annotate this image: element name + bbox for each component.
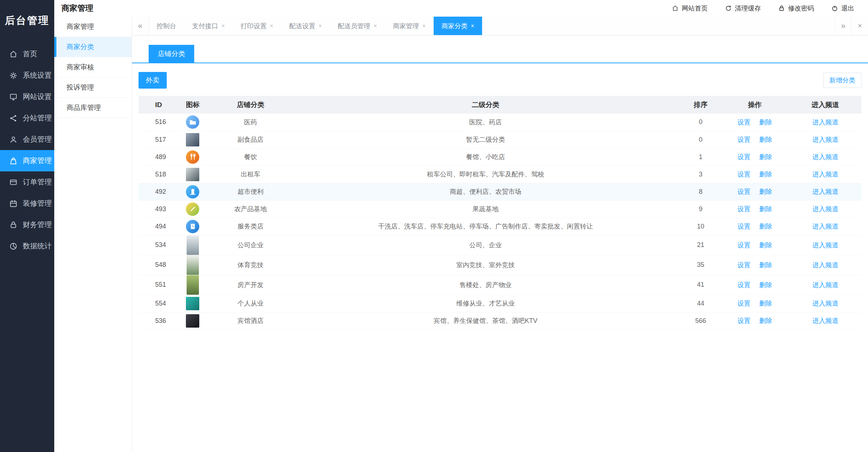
sidebar-item-数据统计[interactable]: 数据统计 xyxy=(0,235,54,257)
settings-link[interactable]: 设置 xyxy=(737,136,750,143)
notebook-icon xyxy=(186,220,199,233)
tabs-close-all-icon[interactable]: × xyxy=(851,17,868,35)
sort-value: 10 xyxy=(681,218,720,235)
enter-channel-link[interactable]: 进入频道 xyxy=(812,136,838,143)
category-photo-icon xyxy=(186,133,199,146)
operations-cell: 设置删除 xyxy=(720,131,789,148)
tab-close-icon[interactable]: × xyxy=(471,23,474,29)
submenu-item-商家分类[interactable]: 商家分类 xyxy=(54,37,132,57)
settings-link[interactable]: 设置 xyxy=(737,171,750,178)
topbar-link-退出[interactable]: 退出 xyxy=(831,4,854,13)
settings-link[interactable]: 设置 xyxy=(737,300,750,307)
tab-商家分类[interactable]: 商家分类× xyxy=(434,17,482,35)
app-logo: 后台管理 xyxy=(0,0,54,43)
settings-link[interactable]: 设置 xyxy=(737,153,750,161)
settings-link[interactable]: 设置 xyxy=(737,223,750,230)
delete-link[interactable]: 删除 xyxy=(759,300,772,307)
settings-link[interactable]: 设置 xyxy=(737,317,750,324)
enter-channel-link[interactable]: 进入频道 xyxy=(812,223,838,230)
tab-商家管理[interactable]: 商家管理× xyxy=(385,17,433,35)
submenu-item-label: 商家管理 xyxy=(67,22,94,31)
secondary-categories: 公司、企业 xyxy=(290,235,681,255)
table-row: 517副食品店暂无二级分类0设置删除进入频道 xyxy=(139,131,861,148)
finance-icon xyxy=(9,221,17,229)
category-name: 超市便利 xyxy=(211,183,290,200)
table-row: 492超市便利商超、便利店、农贸市场8设置删除进入频道 xyxy=(139,183,861,200)
tab-close-icon[interactable]: × xyxy=(422,23,425,29)
tab-close-icon[interactable]: × xyxy=(221,23,225,29)
enter-channel-link[interactable]: 进入频道 xyxy=(812,188,838,195)
subtab-strip: 店铺分类 xyxy=(132,45,868,63)
enter-channel-link[interactable]: 进入频道 xyxy=(812,153,838,161)
delete-link[interactable]: 删除 xyxy=(759,171,772,178)
sidebar-item-装修管理[interactable]: 装修管理 xyxy=(0,193,54,214)
delete-link[interactable]: 删除 xyxy=(759,223,772,230)
tab-控制台[interactable]: 控制台 xyxy=(149,17,184,35)
operations-cell: 设置删除 xyxy=(720,295,789,312)
tab-label: 商家分类 xyxy=(442,22,468,30)
toolbar: 外卖 新增分类 xyxy=(139,72,861,89)
delete-link[interactable]: 删除 xyxy=(759,136,772,143)
sidebar-item-首页[interactable]: 首页 xyxy=(0,43,54,65)
delete-link[interactable]: 删除 xyxy=(759,281,772,289)
tab-打印设置[interactable]: 打印设置× xyxy=(233,17,281,35)
member-icon xyxy=(9,136,17,144)
settings-link[interactable]: 设置 xyxy=(737,205,750,213)
sidebar-item-订单管理[interactable]: 订单管理 xyxy=(0,171,54,193)
enter-channel-link[interactable]: 进入频道 xyxy=(812,119,838,126)
category-id: 536 xyxy=(139,312,175,329)
enter-channel-link[interactable]: 进入频道 xyxy=(812,261,838,269)
enter-channel-link[interactable]: 进入频道 xyxy=(812,242,838,249)
settings-link[interactable]: 设置 xyxy=(737,188,750,195)
category-id: 493 xyxy=(139,200,175,218)
tab-close-icon[interactable]: × xyxy=(270,23,273,29)
tab-配送员管理[interactable]: 配送员管理× xyxy=(330,17,385,35)
delete-link[interactable]: 删除 xyxy=(759,119,772,126)
submenu-item-商家审核[interactable]: 商家审核 xyxy=(54,57,132,77)
add-category-button[interactable]: 新增分类 xyxy=(823,73,861,88)
topbar-link-修改密码[interactable]: 修改密码 xyxy=(778,4,814,13)
enter-channel-link[interactable]: 进入频道 xyxy=(812,317,838,324)
sidebar-item-网站设置[interactable]: 网站设置 xyxy=(0,86,54,107)
takeout-filter-button[interactable]: 外卖 xyxy=(139,72,167,89)
table-row: 534公司企业公司、企业21设置删除进入频道 xyxy=(139,235,861,255)
tab-支付接口[interactable]: 支付接口× xyxy=(184,17,233,35)
logout-icon xyxy=(831,5,838,12)
sidebar-item-分站管理[interactable]: 分站管理 xyxy=(0,107,54,129)
settings-link[interactable]: 设置 xyxy=(737,281,750,289)
sidebar-item-财务管理[interactable]: 财务管理 xyxy=(0,214,54,235)
sidebar-item-会员管理[interactable]: 会员管理 xyxy=(0,129,54,150)
delete-link[interactable]: 删除 xyxy=(759,205,772,213)
right-column: 商家管理 网站首页清理缓存修改密码退出 商家管理商家分类商家审核投诉管理商品库管… xyxy=(54,0,868,452)
submenu-item-商家管理[interactable]: 商家管理 xyxy=(54,17,132,37)
topbar-link-网站首页[interactable]: 网站首页 xyxy=(672,4,708,13)
settings-link[interactable]: 设置 xyxy=(737,119,750,126)
delete-link[interactable]: 删除 xyxy=(759,153,772,161)
topbar-link-清理缓存[interactable]: 清理缓存 xyxy=(725,4,761,13)
secondary-categories: 室内竞技、室外竞技 xyxy=(290,255,681,275)
tab-close-icon[interactable]: × xyxy=(374,23,377,29)
tab-close-icon[interactable]: × xyxy=(319,23,322,29)
column-header-图标: 图标 xyxy=(175,96,211,114)
delete-link[interactable]: 删除 xyxy=(759,261,772,269)
table-header-row: ID图标店铺分类二级分类排序操作进入频道 xyxy=(139,96,861,114)
submenu-item-投诉管理[interactable]: 投诉管理 xyxy=(54,77,132,98)
sidebar-item-商家管理[interactable]: 商家管理 xyxy=(0,150,54,171)
settings-link[interactable]: 设置 xyxy=(737,242,750,249)
settings-link[interactable]: 设置 xyxy=(737,261,750,269)
delete-link[interactable]: 删除 xyxy=(759,242,772,249)
enter-channel-link[interactable]: 进入频道 xyxy=(812,300,838,307)
delete-link[interactable]: 删除 xyxy=(759,188,772,195)
submenu-item-商品库管理[interactable]: 商品库管理 xyxy=(54,98,132,118)
tabs-scroll-right-icon[interactable]: » xyxy=(835,17,851,35)
delete-link[interactable]: 删除 xyxy=(759,317,772,324)
sidebar-item-系统设置[interactable]: 系统设置 xyxy=(0,65,54,86)
tabs-scroll-left-icon[interactable]: « xyxy=(132,17,149,35)
enter-channel-link[interactable]: 进入频道 xyxy=(812,281,838,289)
refresh-icon xyxy=(725,5,732,12)
table-row: 518出租车租车公司、即时租车、汽车及配件、驾校3设置删除进入频道 xyxy=(139,166,861,183)
enter-channel-link[interactable]: 进入频道 xyxy=(812,171,838,178)
subtab-store-category[interactable]: 店铺分类 xyxy=(149,45,194,63)
tab-配送设置[interactable]: 配送设置× xyxy=(281,17,330,35)
enter-channel-link[interactable]: 进入频道 xyxy=(812,205,838,213)
